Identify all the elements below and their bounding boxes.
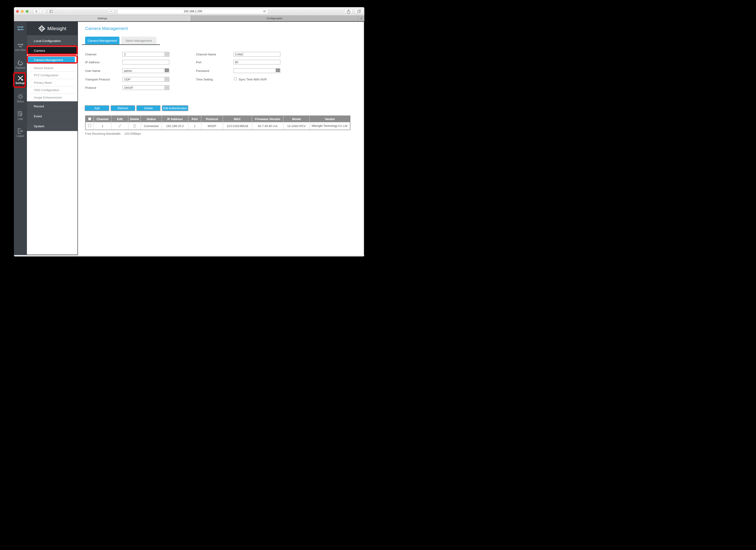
time-setting-label: Time Setting bbox=[196, 78, 213, 81]
forward-button[interactable] bbox=[40, 9, 46, 14]
tab-batch-management[interactable]: Batch Management bbox=[121, 37, 156, 45]
table-row: 1 bbox=[85, 122, 350, 130]
transport-protocol-select[interactable]: UDP bbox=[122, 77, 169, 82]
user-name-input[interactable] bbox=[122, 68, 169, 73]
chevron-down-icon bbox=[164, 52, 169, 56]
menu-section-camera[interactable]: Camera bbox=[27, 47, 77, 54]
menu-item-device-search[interactable]: Device Search bbox=[27, 64, 77, 71]
bandwidth-value: 153.50Mbps bbox=[124, 132, 141, 135]
select-all-header[interactable] bbox=[85, 116, 94, 122]
camera-table: Channel Edit Delete Status IP Address Po… bbox=[85, 115, 350, 130]
menu-item-osd-configuration[interactable]: OSD Configuration bbox=[27, 86, 77, 94]
browser-tab-configuration[interactable]: Configuration bbox=[191, 16, 358, 21]
user-name-ellipsis-button[interactable]: ••• bbox=[165, 69, 169, 72]
url-input[interactable] bbox=[125, 9, 261, 14]
minimize-window-icon[interactable] bbox=[21, 10, 24, 13]
delete-row-button[interactable] bbox=[128, 122, 141, 130]
history-nav-group bbox=[33, 9, 46, 14]
menu-section-label: Event bbox=[34, 115, 42, 118]
sync-time-checkbox[interactable] bbox=[234, 77, 237, 80]
menu-item-camera-management[interactable]: Camera Management bbox=[28, 57, 75, 63]
sidebar-item-logout[interactable]: Logout bbox=[14, 128, 27, 137]
screenshot-stage: ••• ⟳ Sett bbox=[0, 0, 378, 275]
milesight-logo-icon bbox=[38, 25, 45, 32]
cell-status: Connected bbox=[141, 122, 162, 130]
ip-address-input[interactable] bbox=[122, 60, 169, 64]
show-all-tabs-button[interactable] bbox=[355, 9, 363, 14]
password-input[interactable] bbox=[234, 68, 280, 73]
port-input[interactable] bbox=[234, 60, 280, 64]
add-button[interactable]: Add bbox=[85, 105, 109, 111]
edit-row-button[interactable] bbox=[111, 122, 128, 130]
menu-section-label: Record bbox=[34, 105, 44, 108]
col-firmware-version: Firmware Version bbox=[252, 116, 283, 122]
menu-item-label: Privacy Mask bbox=[34, 81, 52, 84]
share-button[interactable] bbox=[344, 9, 353, 14]
back-button[interactable] bbox=[33, 9, 40, 14]
sidebar-item-status[interactable]: Status bbox=[14, 94, 27, 103]
cell-model: UI-2A83-PCV bbox=[283, 122, 310, 130]
col-edit: Edit bbox=[111, 116, 128, 122]
sidebar-item-live-view[interactable]: Live View bbox=[14, 43, 27, 51]
channel-name-input[interactable] bbox=[234, 52, 280, 57]
protocol-label: Protocol bbox=[85, 86, 96, 90]
col-vendor: Vendor bbox=[310, 116, 350, 122]
browser-tab-settings[interactable]: Settings bbox=[14, 16, 191, 21]
ip-address-label: IP Address bbox=[85, 61, 100, 64]
toolbar-dots-button[interactable]: ••• bbox=[108, 9, 115, 13]
menu-item-ptz-configuration[interactable]: PTZ Configuration bbox=[27, 71, 77, 79]
password-ellipsis-button[interactable]: ••• bbox=[276, 69, 280, 72]
channel-select[interactable]: 2 bbox=[122, 52, 169, 57]
browser-tabbar: Settings Configuration + bbox=[14, 16, 364, 21]
forward-icon bbox=[42, 10, 44, 13]
col-port: Port bbox=[188, 116, 201, 122]
zoom-window-icon[interactable] bbox=[26, 10, 29, 13]
protocol-select[interactable]: ONVIF bbox=[122, 85, 169, 90]
share-icon bbox=[347, 10, 350, 13]
menu-item-image-enhancement[interactable]: Image Enhancement bbox=[27, 94, 77, 101]
edit-authentication-button[interactable]: Edit Authentication bbox=[162, 105, 188, 111]
row-checkbox[interactable] bbox=[88, 124, 91, 127]
close-window-icon[interactable] bbox=[16, 10, 19, 13]
brand-name: Milesight bbox=[47, 26, 66, 31]
cell-port: 1 bbox=[188, 122, 201, 130]
plus-icon: + bbox=[360, 16, 362, 20]
refresh-page-icon[interactable]: ⟳ bbox=[263, 10, 266, 13]
menu-section-system[interactable]: System bbox=[27, 121, 77, 131]
playback-icon bbox=[18, 60, 23, 66]
menu-section-record[interactable]: Record bbox=[27, 101, 77, 111]
sidebar-toggle-button[interactable] bbox=[48, 9, 55, 14]
col-mac: MAC bbox=[223, 116, 252, 122]
port-label: Port bbox=[196, 61, 202, 64]
sidebar-item-playback[interactable]: Playback bbox=[14, 60, 27, 69]
tabs-overview-icon bbox=[357, 10, 361, 13]
chevron-down-icon bbox=[164, 86, 169, 90]
menu-item-privacy-mask[interactable]: Privacy Mask bbox=[27, 79, 77, 86]
sidebar-item-settings[interactable]: Settings bbox=[14, 75, 27, 84]
select-all-checkbox-icon[interactable] bbox=[88, 118, 91, 120]
user-name-label: User Name bbox=[85, 69, 100, 73]
channel-select-value: 2 bbox=[124, 53, 126, 56]
col-protocol: Protocol bbox=[201, 116, 223, 122]
tab-underline bbox=[82, 44, 160, 45]
password-label: Password bbox=[196, 69, 209, 73]
tab-camera-management[interactable]: Camera Management bbox=[85, 37, 119, 45]
menu-section-event[interactable]: Event bbox=[27, 111, 77, 121]
col-delete: Delete bbox=[128, 116, 141, 122]
collapse-menu-button[interactable] bbox=[14, 26, 27, 31]
sidebar-item-logs[interactable]: Logs bbox=[14, 111, 27, 120]
menu-item-label: Camera Management bbox=[34, 58, 63, 62]
transport-protocol-value: UDP bbox=[124, 78, 130, 81]
status-icon bbox=[18, 94, 23, 99]
sidebar-item-label: Live View bbox=[14, 48, 27, 51]
address-bar[interactable]: ⟳ bbox=[117, 9, 268, 14]
table-header-row: Channel Edit Delete Status IP Address Po… bbox=[85, 116, 350, 122]
menu-section-local-configuration[interactable]: Local Configuration bbox=[27, 35, 77, 46]
menu-item-label: PTZ Configuration bbox=[34, 74, 58, 77]
new-tab-button[interactable]: + bbox=[358, 16, 364, 21]
bandwidth-label: Free Receiving Bandwidth: bbox=[85, 132, 121, 135]
delete-button[interactable]: Delete bbox=[136, 105, 160, 111]
refresh-button[interactable]: Refresh bbox=[111, 105, 135, 111]
channel-name-label: Channel Name bbox=[196, 53, 216, 56]
settings-icon bbox=[17, 75, 23, 81]
